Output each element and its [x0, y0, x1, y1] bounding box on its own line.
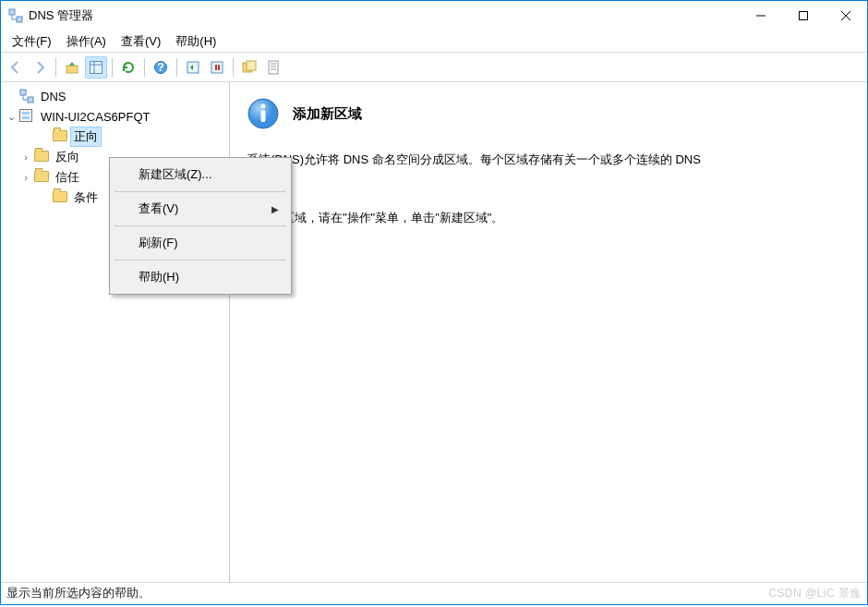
- menu-action[interactable]: 操作(A): [59, 30, 114, 53]
- svg-rect-27: [261, 110, 266, 122]
- svg-rect-23: [28, 97, 33, 103]
- minimize-button[interactable]: [740, 1, 782, 30]
- properties-button[interactable]: [262, 56, 284, 79]
- detail-text-line: 息。: [247, 172, 850, 195]
- nav-back-button[interactable]: [5, 56, 27, 79]
- svg-rect-17: [247, 61, 256, 70]
- context-separator: [115, 260, 286, 261]
- folder-icon: [53, 129, 67, 144]
- menu-help[interactable]: 帮助(H): [168, 30, 223, 53]
- svg-rect-15: [218, 65, 220, 70]
- menu-bar: 文件(F) 操作(A) 查看(V) 帮助(H): [1, 30, 867, 53]
- refresh-button[interactable]: [117, 56, 139, 79]
- up-button[interactable]: [61, 56, 83, 79]
- help-button[interactable]: ?: [150, 56, 172, 79]
- detail-text-line: 系统(DNS)允许将 DNS 命名空间分成区域。每个区域存储有关一个或多个连续的…: [247, 149, 850, 172]
- folder-icon: [34, 150, 49, 164]
- new-window-button[interactable]: [238, 56, 260, 79]
- info-icon: [247, 97, 280, 130]
- toolbar: ?: [1, 53, 867, 82]
- app-window: DNS 管理器 文件(F) 操作(A) 查看(V) 帮助(H) ?: [0, 0, 868, 605]
- detail-body: 系统(DNS)允许将 DNS 命名空间分成区域。每个区域存储有关一个或多个连续的…: [247, 149, 850, 230]
- menu-file[interactable]: 文件(F): [5, 30, 59, 53]
- context-separator: [115, 225, 286, 226]
- context-menu: 新建区域(Z)... 查看(V)▶ 刷新(F) 帮助(H): [109, 157, 292, 295]
- svg-rect-1: [17, 17, 22, 22]
- folder-icon: [53, 190, 67, 205]
- context-view[interactable]: 查看(V)▶: [113, 195, 288, 223]
- close-button[interactable]: [825, 1, 867, 30]
- tree-label: 反向: [53, 148, 82, 166]
- tree-label: DNS: [38, 89, 68, 104]
- svg-rect-22: [20, 90, 26, 95]
- context-refresh[interactable]: 刷新(F): [113, 229, 288, 257]
- toolbar-separator: [144, 58, 145, 77]
- svg-point-26: [261, 104, 266, 109]
- toolbar-separator: [112, 58, 113, 77]
- svg-rect-0: [9, 9, 15, 15]
- tree-label: 正向: [71, 127, 101, 146]
- title-bar: DNS 管理器: [1, 1, 867, 30]
- status-bar: 显示当前所选内容的帮助。 CSDN @LiC 景逸: [1, 582, 867, 604]
- detail-pane: 添加新区域 系统(DNS)允许将 DNS 命名空间分成区域。每个区域存储有关一个…: [230, 82, 867, 582]
- show-hide-tree-button[interactable]: [85, 56, 107, 79]
- nav-forward-button[interactable]: [29, 56, 51, 79]
- submenu-arrow-icon: ▶: [271, 204, 279, 214]
- dns-root-icon: [19, 89, 34, 103]
- maximize-button[interactable]: [782, 1, 825, 30]
- context-separator: [115, 191, 286, 192]
- window-title: DNS 管理器: [29, 7, 740, 24]
- folder-icon: [34, 170, 49, 185]
- status-text: 显示当前所选内容的帮助。: [6, 586, 151, 601]
- toolbar-separator: [233, 58, 234, 77]
- svg-text:?: ?: [157, 60, 164, 74]
- tree-forward-lookup[interactable]: 正向: [1, 127, 229, 147]
- toolbar-separator: [55, 58, 56, 77]
- tree-label: 信任: [53, 168, 82, 187]
- expander-icon[interactable]: ›: [19, 172, 32, 183]
- watermark: CSDN @LiC 景逸: [768, 586, 862, 601]
- expander-icon[interactable]: ⌄: [5, 111, 18, 123]
- context-new-zone[interactable]: 新建区域(Z)...: [113, 161, 288, 188]
- tree-label: WIN-UI2CAS6PFQT: [38, 109, 152, 125]
- context-help[interactable]: 帮助(H): [113, 263, 288, 291]
- svg-rect-18: [269, 61, 278, 74]
- toolbar-separator: [176, 58, 177, 77]
- svg-rect-6: [66, 66, 78, 73]
- svg-rect-3: [800, 12, 808, 20]
- tree-label: 条件: [71, 188, 101, 207]
- server-icon: [19, 109, 34, 124]
- menu-view[interactable]: 查看(V): [114, 30, 168, 53]
- tree-server[interactable]: ⌄ WIN-UI2CAS6PFQT: [1, 106, 229, 127]
- detail-heading: 添加新区域: [293, 105, 362, 123]
- detail-header: 添加新区域: [247, 97, 850, 130]
- app-icon: [8, 8, 23, 23]
- svg-rect-7: [90, 61, 102, 73]
- tree-root-dns[interactable]: DNS: [1, 86, 229, 106]
- svg-rect-14: [215, 65, 217, 70]
- detail-text-line: 一个新区域，请在"操作"菜单，单击"新建区域"。: [247, 207, 850, 230]
- action-button-1[interactable]: [182, 56, 204, 79]
- action-button-2[interactable]: [206, 56, 228, 79]
- expander-icon[interactable]: ›: [19, 152, 32, 163]
